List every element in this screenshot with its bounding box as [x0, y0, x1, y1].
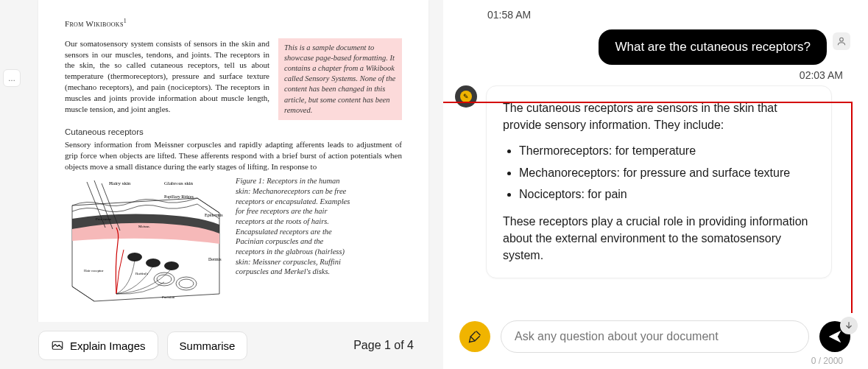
page-header-sup: 1	[124, 18, 127, 24]
sample-callout: This is a sample document to showcase pa…	[278, 38, 402, 120]
summarise-button[interactable]: Summarise	[167, 331, 248, 360]
summarise-label: Summarise	[180, 340, 236, 352]
page-header-text: From Wikibooks	[65, 19, 124, 28]
chat-panel: 01:58 AM What are the cutaneous receptor…	[443, 0, 868, 369]
page-header: From Wikibooks1	[65, 18, 402, 28]
svg-text:Hair receptor: Hair receptor	[84, 269, 104, 273]
ai-avatar-icon: ✎	[455, 85, 477, 108]
scroll-down-button[interactable]	[840, 317, 858, 334]
chat-input-bar	[443, 313, 868, 356]
ai-message-list: Thermoreceptors: for temperature Mechano…	[519, 142, 815, 203]
ai-bullet-3: Nociceptors: for pain	[519, 186, 815, 203]
svg-text:Ruffini's: Ruffini's	[135, 272, 148, 275]
image-icon	[51, 339, 64, 352]
svg-text:Free nerve: Free nerve	[96, 217, 112, 221]
section-subhead: Cutaneous receptors	[65, 127, 402, 136]
explain-images-label: Explain Images	[70, 340, 146, 352]
ai-bullet-1: Thermoreceptors: for temperature	[519, 142, 815, 159]
fig-label-hairy: Hairy skin	[109, 180, 131, 186]
ai-bullet-2: Mechanoreceptors: for pressure and surfa…	[519, 164, 815, 181]
ai-message: The cutaneous receptors are sensors in t…	[486, 85, 832, 278]
svg-point-9	[179, 279, 194, 288]
toolbar-more-button[interactable]: …	[3, 69, 21, 87]
document-toolbar: Explain Images Summarise Page 1 of 4	[24, 322, 443, 369]
chat-body[interactable]: 01:58 AM What are the cutaneous receptor…	[443, 0, 868, 313]
intro-paragraph: Our somatosensory system consists of sen…	[65, 38, 269, 120]
figure-caption: Figure 1: Receptors in the human skin: M…	[236, 176, 353, 309]
paragraph-2: Sensory information from Meissner corpus…	[65, 139, 402, 172]
chat-input-wrap[interactable]	[501, 320, 809, 353]
svg-text:Pacinian: Pacinian	[162, 295, 175, 299]
timestamp-2: 02:03 AM	[455, 69, 843, 81]
clear-button[interactable]	[459, 321, 490, 352]
user-avatar-icon	[833, 32, 850, 50]
ai-message-intro: The cutaneous receptors are sensors in t…	[503, 99, 815, 133]
explain-images-button[interactable]: Explain Images	[38, 331, 158, 360]
char-counter: 0 / 2000	[443, 356, 868, 369]
svg-line-10	[197, 198, 219, 213]
ai-message-outro: These receptors play a crucial role in p…	[503, 213, 815, 264]
page-indicator: Page 1 of 4	[353, 339, 414, 352]
timestamp-1: 01:58 AM	[487, 9, 850, 21]
document-viewport[interactable]: From Wikibooks1 Our somatosensory system…	[24, 0, 443, 322]
document-panel: From Wikibooks1 Our somatosensory system…	[24, 0, 443, 369]
fig-label-glab: Glabrous skin	[164, 180, 194, 186]
document-page: From Wikibooks1 Our somatosensory system…	[38, 0, 428, 322]
chat-input[interactable]	[515, 330, 795, 343]
svg-point-18	[840, 38, 844, 41]
fig-label-derm: Dermis	[208, 257, 222, 261]
fig-label-pap: Papillary Ridges	[164, 194, 194, 199]
broom-icon	[467, 329, 482, 344]
svg-line-11	[72, 287, 94, 301]
svg-text:Meissn.: Meissn.	[138, 225, 150, 228]
skin-diagram: Hairy skin Glabrous skin Papillary Ridge…	[65, 176, 227, 309]
send-icon	[828, 329, 842, 344]
user-message: What are the cutaneous receptors?	[599, 29, 827, 65]
left-toolbar: …	[0, 0, 24, 369]
